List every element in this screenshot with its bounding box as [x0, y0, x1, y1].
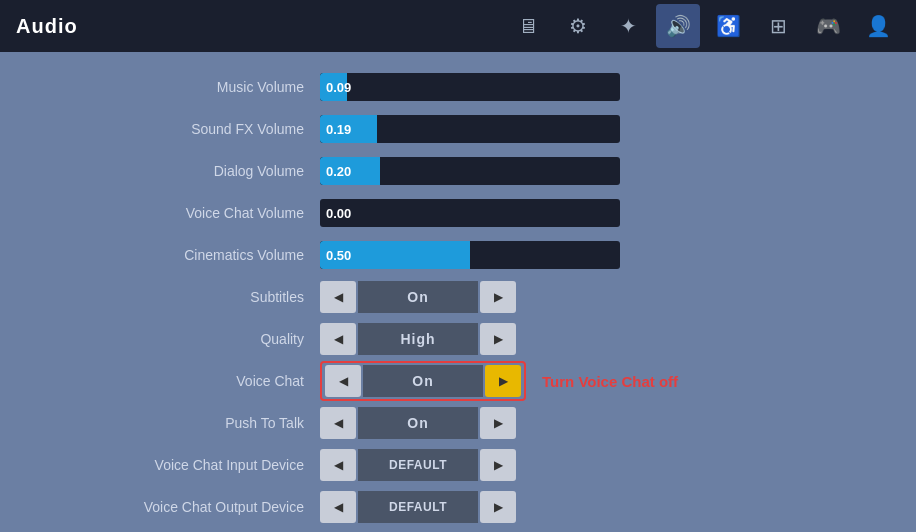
voicechat-input-next-button[interactable]: ▶: [480, 449, 516, 481]
subtitles-prev-button[interactable]: ◀: [320, 281, 356, 313]
pushtotalk-prev-button[interactable]: ◀: [320, 407, 356, 439]
monitor-icon[interactable]: 🖥: [506, 4, 550, 48]
cinematics-volume-label: Cinematics Volume: [60, 247, 320, 263]
soundfx-volume-value: 0.19: [326, 122, 351, 137]
subtitles-next-button[interactable]: ▶: [480, 281, 516, 313]
voicechat-volume-value: 0.00: [326, 206, 351, 221]
music-volume-value: 0.09: [326, 80, 351, 95]
voicechat-volume-slider[interactable]: 0.00: [320, 199, 620, 227]
voicechat-prev-button[interactable]: ◀: [325, 365, 361, 397]
voicechat-next-button[interactable]: ▶: [485, 365, 521, 397]
pushtotalk-toggle: ◀ On ▶: [320, 407, 516, 439]
soundfx-volume-slider[interactable]: 0.19: [320, 115, 620, 143]
audio-icon[interactable]: 🔊: [656, 4, 700, 48]
topbar: Audio 🖥 ⚙ ✦ 🔊 ♿ ⊞ 🎮 👤: [0, 0, 916, 52]
voicechat-output-toggle: ◀ DEFAULT ▶: [320, 491, 516, 523]
subtitles-label: Subtitles: [60, 289, 320, 305]
gear-icon[interactable]: ⚙: [556, 4, 600, 48]
dialog-volume-row: Dialog Volume 0.20: [60, 152, 856, 190]
quality-prev-button[interactable]: ◀: [320, 323, 356, 355]
music-volume-label: Music Volume: [60, 79, 320, 95]
page-title: Audio: [16, 15, 78, 38]
pushtotalk-row: Push To Talk ◀ On ▶: [60, 404, 856, 442]
gamepad-icon[interactable]: 🎮: [806, 4, 850, 48]
quality-next-button[interactable]: ▶: [480, 323, 516, 355]
quality-toggle: ◀ High ▶: [320, 323, 516, 355]
voicechat-output-row: Voice Chat Output Device ◀ DEFAULT ▶: [60, 488, 856, 526]
subtitles-row: Subtitles ◀ On ▶: [60, 278, 856, 316]
pushtotalk-next-button[interactable]: ▶: [480, 407, 516, 439]
voicechat-output-prev-button[interactable]: ◀: [320, 491, 356, 523]
dialog-volume-label: Dialog Volume: [60, 163, 320, 179]
dialog-volume-slider[interactable]: 0.20: [320, 157, 620, 185]
quality-value: High: [358, 323, 478, 355]
accessibility-icon[interactable]: ♿: [706, 4, 750, 48]
voicechat-annotation: Turn Voice Chat off: [542, 373, 678, 390]
voicechat-input-prev-button[interactable]: ◀: [320, 449, 356, 481]
voicechat-output-value: DEFAULT: [358, 491, 478, 523]
music-volume-slider[interactable]: 0.09: [320, 73, 620, 101]
dialog-volume-value: 0.20: [326, 164, 351, 179]
voicechat-input-row: Voice Chat Input Device ◀ DEFAULT ▶: [60, 446, 856, 484]
settings-content: Music Volume 0.09 Sound FX Volume 0.19 D…: [0, 52, 916, 532]
voicechat-input-value: DEFAULT: [358, 449, 478, 481]
quality-row: Quality ◀ High ▶: [60, 320, 856, 358]
voicechat-label: Voice Chat: [60, 373, 320, 389]
subtitles-toggle: ◀ On ▶: [320, 281, 516, 313]
voicechat-volume-row: Voice Chat Volume 0.00: [60, 194, 856, 232]
brightness-icon[interactable]: ✦: [606, 4, 650, 48]
voicechat-row: Voice Chat ◀ On ▶ Turn Voice Chat off: [60, 362, 856, 400]
voicechat-output-next-button[interactable]: ▶: [480, 491, 516, 523]
cinematics-volume-value: 0.50: [326, 248, 351, 263]
pushtotalk-value: On: [358, 407, 478, 439]
soundfx-volume-row: Sound FX Volume 0.19: [60, 110, 856, 148]
quality-label: Quality: [60, 331, 320, 347]
soundfx-volume-label: Sound FX Volume: [60, 121, 320, 137]
cinematics-volume-slider[interactable]: 0.50: [320, 241, 620, 269]
music-volume-row: Music Volume 0.09: [60, 68, 856, 106]
voicechat-volume-label: Voice Chat Volume: [60, 205, 320, 221]
cinematics-volume-row: Cinematics Volume 0.50: [60, 236, 856, 274]
voicechat-input-label: Voice Chat Input Device: [60, 457, 320, 473]
user-icon[interactable]: 👤: [856, 4, 900, 48]
subtitles-value: On: [358, 281, 478, 313]
pushtotalk-label: Push To Talk: [60, 415, 320, 431]
nav-icons: 🖥 ⚙ ✦ 🔊 ♿ ⊞ 🎮 👤: [506, 4, 900, 48]
voicechat-output-label: Voice Chat Output Device: [60, 499, 320, 515]
voicechat-input-toggle: ◀ DEFAULT ▶: [320, 449, 516, 481]
network-icon[interactable]: ⊞: [756, 4, 800, 48]
voicechat-value: On: [363, 365, 483, 397]
voicechat-highlight-box: ◀ On ▶: [320, 361, 526, 401]
